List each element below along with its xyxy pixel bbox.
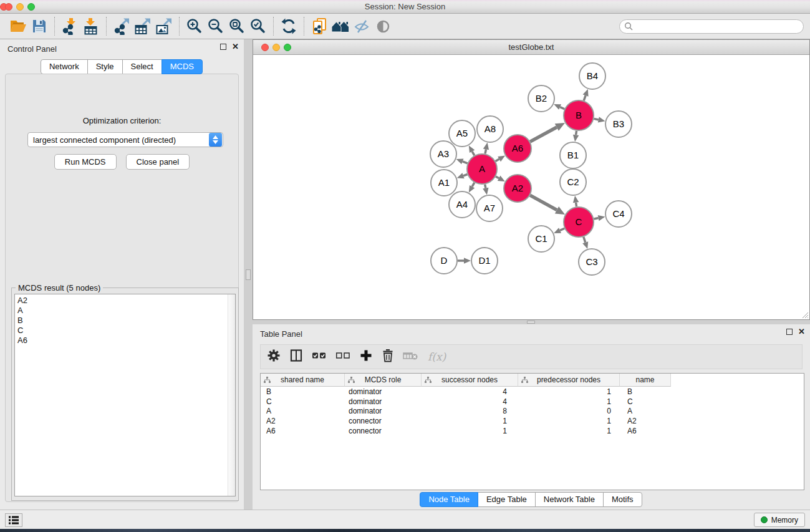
graph-edge-arrowhead [598,215,605,221]
dropdown-stepper-icon [209,133,222,147]
graph-edge-A-A4[interactable] [472,183,475,186]
add-column-icon[interactable] [359,349,373,365]
toolbar-separator [106,17,107,36]
graph-edge-C-C4[interactable] [594,218,598,219]
close-panel-button[interactable]: Close panel [126,154,190,170]
delete-column-icon[interactable] [382,349,394,365]
table-row[interactable]: B dominator 4 1 B [261,387,804,397]
graph-node-label-C4: C4 [612,208,624,219]
export-table-icon[interactable] [132,16,153,37]
tab-mcds[interactable]: MCDS [162,59,203,74]
close-panel-icon[interactable]: ✕ [232,44,239,50]
graph-node-label-A6: A6 [512,143,523,153]
export-image-icon[interactable] [153,16,175,37]
graph-edge-arrowhead [483,143,489,150]
search-input[interactable] [619,19,804,34]
mcds-result-list[interactable]: A2 A B C A6 [14,294,236,496]
result-item[interactable]: B [17,316,235,326]
graph-edge-B-B3[interactable] [594,118,598,120]
search-container [619,19,804,34]
graph-edge-arrowhead [464,258,471,264]
graph-edge-C-C3[interactable] [584,237,586,243]
result-item[interactable]: C [17,326,235,336]
result-item[interactable]: A2 [17,296,235,306]
table-row[interactable]: A2 connector 1 1 A2 [261,416,804,426]
optimization-criterion-label: Optimization criterion: [6,116,238,125]
run-mcds-button[interactable]: Run MCDS [54,154,117,170]
resize-grip-icon[interactable] [801,311,809,319]
network-graph[interactable]: AA1A2A3A4A5A6A7A8BB1B2B3B4CC1C2C3C4DD1 [253,55,809,319]
column-header-name[interactable]: name [620,374,671,387]
graph-edge-A-A5[interactable] [472,152,475,155]
result-item[interactable]: A [17,306,235,316]
graph-edge-A-A6[interactable] [496,159,499,161]
save-session-icon[interactable] [29,16,50,37]
task-history-button[interactable] [5,513,22,527]
column-header-shared-name[interactable]: shared name [261,374,345,387]
zoom-out-icon[interactable] [205,16,226,37]
tab-edge-table[interactable]: Edge Table [478,492,536,507]
graph-node-label-B: B [576,110,582,120]
refresh-icon[interactable] [278,16,299,37]
tab-node-table[interactable]: Node Table [420,492,478,507]
graph-edge-arrowhead [573,196,579,203]
graph-edge-A6-B[interactable] [530,127,557,142]
deselect-all-icon[interactable] [335,349,350,365]
table-row[interactable]: C dominator 4 1 C [261,397,804,407]
tab-select[interactable]: Select [122,59,162,74]
graph-edge-A-A8[interactable] [485,149,486,153]
open-session-icon[interactable] [7,16,29,37]
result-item[interactable]: A6 [17,336,235,346]
float-table-panel-icon[interactable] [786,329,793,335]
network-window-title: testGlobe.txt [253,42,809,52]
float-panel-icon[interactable] [220,44,226,50]
criterion-dropdown[interactable]: largest connected component (directed) [27,132,223,147]
zoom-in-icon[interactable] [184,16,205,37]
graph-edge-C-C1[interactable] [560,228,564,230]
horizontal-splitter-handle[interactable] [527,321,535,324]
import-table-icon[interactable] [80,16,102,37]
graph-node-label-D1: D1 [478,255,490,266]
table-row[interactable]: A dominator 8 0 A [261,407,804,417]
hide-graphics-details-icon[interactable] [351,16,372,37]
network-window-titlebar[interactable]: testGlobe.txt [253,40,809,55]
graph-edge-B-B1[interactable] [576,131,577,135]
tab-motifs[interactable]: Motifs [603,492,642,507]
node-table: shared name MCDS role successor nodes pr… [260,373,804,490]
column-header-mcds-role[interactable]: MCDS role [345,374,422,387]
function-builder-icon[interactable]: f(x) [428,351,446,363]
graph-edge-B-B2[interactable] [560,107,564,109]
tab-style[interactable]: Style [87,59,123,74]
import-network-icon[interactable] [59,16,80,37]
vertical-splitter-handle[interactable] [246,269,251,280]
tab-network-table[interactable]: Network Table [535,492,604,507]
select-all-icon[interactable] [312,349,327,365]
delete-table-icon[interactable] [403,349,419,365]
graph-edge-A-A2[interactable] [496,177,499,178]
table-row[interactable]: A6 connector 1 1 A6 [261,426,804,436]
show-columns-icon[interactable] [289,349,303,365]
settings-gear-icon[interactable] [267,349,281,365]
column-header-predecessor-nodes[interactable]: predecessor nodes [518,374,620,387]
zoom-fit-icon[interactable] [226,16,248,37]
graph-edge-A-A3[interactable] [463,162,468,163]
graph-edge-A2-C[interactable] [530,195,557,210]
new-network-from-selection-icon[interactable] [309,16,330,37]
graph-edge-B-B4[interactable] [584,95,586,100]
table-panel-tabs: Node Table Edge Table Network Table Moti… [253,492,810,507]
column-header-successor-nodes[interactable]: successor nodes [422,374,518,387]
close-table-panel-icon[interactable]: ✕ [798,329,805,335]
eye-icon[interactable] [372,16,393,37]
houses-icon[interactable] [330,16,351,37]
export-network-icon[interactable] [111,16,132,37]
graph-edge-A-A7[interactable] [485,185,486,188]
zoom-selected-icon[interactable] [248,16,269,37]
graph-edge-A-A1[interactable] [463,174,467,175]
tab-network[interactable]: Network [41,59,88,74]
memory-button[interactable]: Memory [754,513,805,527]
mcds-panel-body: Optimization criterion: largest connecte… [5,74,239,502]
app-titlebar: Session: New Session [0,0,810,14]
result-scrollbar[interactable] [228,294,235,496]
app-title: Session: New Session [0,2,810,11]
graph-edge-C-C2[interactable] [576,203,577,207]
